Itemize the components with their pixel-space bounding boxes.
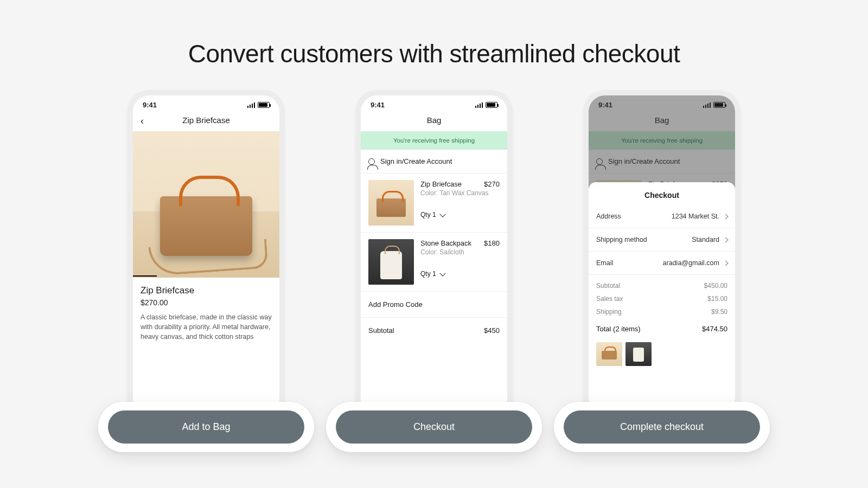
signin-link[interactable]: Sign in/Create Account	[361, 150, 507, 174]
thumb-briefcase	[596, 342, 622, 366]
product-title: Zip Briefcase	[141, 285, 272, 296]
row-value: 1234 Market St.	[672, 213, 719, 220]
status-bar: 9:41	[133, 95, 279, 111]
signal-icon	[475, 102, 483, 108]
checkout-sheet: Checkout Address 1234 Market St. Shippin…	[589, 182, 735, 415]
promo-code-link[interactable]: Add Promo Code	[361, 292, 507, 318]
item-thumb	[368, 180, 414, 226]
chevron-down-icon	[439, 270, 445, 276]
sheet-title: Checkout	[589, 191, 735, 200]
chevron-right-icon	[723, 214, 729, 219]
totals-block: Subtotal$450.00 Sales tax$15.00 Shipping…	[589, 275, 735, 336]
item-price: $270	[484, 180, 500, 188]
row-label: Address	[596, 213, 621, 220]
shipping-label: Shipping	[596, 308, 622, 316]
subtotal-value: $450	[484, 326, 500, 335]
battery-icon	[486, 102, 497, 108]
status-bar: 9:41	[361, 95, 507, 111]
qty-label: Qty 1	[420, 211, 436, 219]
status-time: 9:41	[143, 101, 157, 109]
qty-selector[interactable]: Qty 1	[420, 270, 500, 278]
subtotal-label: Subtotal	[596, 282, 620, 290]
item-price: $180	[484, 239, 500, 247]
row-value: Standard	[692, 236, 719, 243]
product-price: $270.00	[141, 298, 272, 307]
phone-product: 9:41 ‹ Zip Briefcase Zip Briefcase $270.…	[127, 90, 285, 421]
qty-label: Qty 1	[420, 270, 436, 278]
row-label: Email	[596, 259, 613, 267]
nav-title: Bag	[427, 115, 442, 125]
email-row[interactable]: Email aradia@gmail.com	[589, 252, 735, 275]
cta-card: Add to Bag	[98, 402, 314, 452]
promo-label: Add Promo Code	[368, 300, 423, 309]
signin-label: Sign in/Create Account	[380, 157, 452, 165]
cta-card: Complete checkout	[554, 402, 770, 452]
qty-selector[interactable]: Qty 1	[420, 211, 500, 219]
cart-item: Zip Briefcase Color: Tan Wax Canvas Qty …	[361, 174, 507, 233]
order-thumbs	[589, 336, 735, 366]
item-thumb	[368, 239, 414, 285]
status-time: 9:41	[371, 101, 385, 109]
hero-title: Convert customers with streamlined check…	[0, 0, 868, 90]
nav-title: Zip Briefcase	[182, 115, 230, 125]
phone-bag: 9:41 Bag You're receiving free shipping …	[355, 90, 513, 421]
complete-checkout-button[interactable]: Complete checkout	[564, 410, 760, 444]
total-value: $474.50	[702, 325, 727, 333]
product-description: A classic briefcase, made in the classic…	[141, 312, 272, 342]
free-shipping-banner: You're receiving free shipping	[361, 131, 507, 150]
shipping-value: $9.50	[711, 308, 727, 316]
chevron-right-icon	[723, 237, 729, 242]
product-image	[133, 131, 279, 278]
cta-card: Checkout	[326, 402, 542, 452]
nav-bar: ‹ Zip Briefcase	[133, 111, 279, 131]
back-button[interactable]: ‹	[141, 115, 144, 127]
subtotal-label: Subtotal	[368, 326, 394, 335]
cart-item: Stone Backpack Color: Sailcloth Qty 1 $1…	[361, 233, 507, 292]
battery-icon	[258, 102, 270, 108]
total-label: Total (2 items)	[596, 325, 641, 333]
item-color: Color: Sailcloth	[420, 248, 500, 256]
row-label: Shipping method	[596, 236, 647, 243]
item-color: Color: Tan Wax Canvas	[420, 189, 500, 197]
address-row[interactable]: Address 1234 Market St.	[589, 205, 735, 228]
shipping-method-row[interactable]: Shipping method Standard	[589, 228, 735, 252]
person-icon	[368, 158, 375, 165]
subtotal-value: $450.00	[704, 282, 727, 290]
tax-label: Sales tax	[596, 295, 623, 303]
signal-icon	[247, 102, 256, 108]
phone-checkout: 9:41 Bag You're receiving free shipping …	[583, 90, 741, 421]
row-value: aradia@gmail.com	[663, 259, 719, 267]
chevron-down-icon	[439, 211, 445, 217]
add-to-bag-button[interactable]: Add to Bag	[108, 410, 304, 444]
subtotal-row: Subtotal $450	[361, 318, 507, 343]
nav-bar: Bag	[361, 111, 507, 131]
chevron-right-icon	[723, 260, 729, 266]
tax-value: $15.00	[707, 295, 727, 303]
checkout-button[interactable]: Checkout	[336, 410, 532, 444]
thumb-backpack	[626, 342, 652, 366]
phone-row: 9:41 ‹ Zip Briefcase Zip Briefcase $270.…	[0, 90, 868, 421]
